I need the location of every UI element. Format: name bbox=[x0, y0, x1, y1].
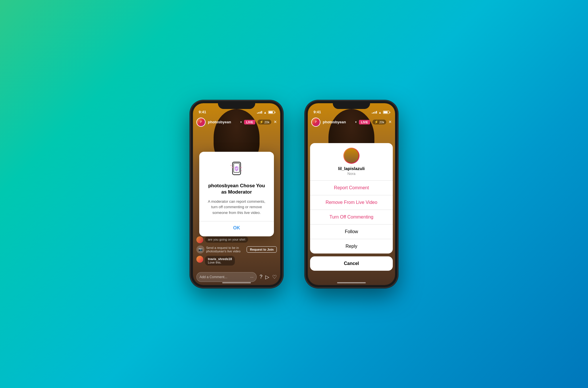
viewers-badge: ⚡ 20k bbox=[258, 120, 272, 124]
follow-button[interactable]: Follow bbox=[310, 225, 393, 239]
chevron-down-icon[interactable]: ▾ bbox=[240, 120, 242, 124]
user-avatar: P bbox=[196, 118, 206, 127]
comment-avatar bbox=[196, 236, 203, 243]
bolt-icon: ⚡ bbox=[260, 120, 264, 124]
battery-icon bbox=[268, 111, 274, 114]
request-to-join-button[interactable]: Request to Join bbox=[247, 246, 277, 253]
comment-username: travis_shreds18 bbox=[208, 257, 232, 261]
turn-off-commenting-button[interactable]: Turn Off Commenting bbox=[310, 210, 393, 225]
request-join-bar: 📷 Send a request to be in photosbyean's … bbox=[196, 245, 277, 254]
live-topbar-2: P photosbyean ▾ LIVE ⚡ 20k × bbox=[308, 116, 395, 128]
signal-bar-4 bbox=[261, 111, 262, 114]
live-badge: LIVE bbox=[244, 120, 255, 124]
comment-item-2: travis_shreds18 Love this. bbox=[196, 256, 277, 266]
signal-bars bbox=[257, 111, 262, 114]
action-sheet-main: lil_lapislazuli Nora Report Comment Remo… bbox=[310, 143, 393, 254]
bolt-icon-2: ⚡ bbox=[374, 120, 378, 124]
viewers-badge-2: ⚡ 20k bbox=[372, 120, 386, 124]
svg-text:✦: ✦ bbox=[231, 166, 233, 169]
question-icon[interactable]: ? bbox=[260, 274, 262, 280]
report-comment-button[interactable]: Report Comment bbox=[310, 181, 393, 195]
username-label: photosbyean bbox=[208, 120, 238, 124]
viewer-count-2: 20k bbox=[379, 120, 384, 124]
close-button-2[interactable]: × bbox=[388, 119, 392, 125]
phone-2: 9:41 ▲ P bbox=[305, 101, 397, 287]
remove-from-live-button[interactable]: Remove From Live Video bbox=[310, 195, 393, 210]
action-user-avatar bbox=[343, 148, 359, 164]
battery-fill-2 bbox=[384, 111, 388, 113]
status-time: 9:41 bbox=[199, 110, 206, 114]
comment-item: are you going on your shirt bbox=[196, 236, 277, 243]
home-indicator-2 bbox=[337, 282, 366, 283]
status-time-2: 9:41 bbox=[314, 110, 321, 114]
action-sheet: lil_lapislazuli Nora Report Comment Remo… bbox=[310, 143, 393, 271]
shield-icon: ✦ ✦ ✦ ✦ bbox=[227, 160, 246, 178]
status-icons-2: ▲ bbox=[372, 111, 389, 114]
svg-text:✦: ✦ bbox=[241, 170, 242, 171]
close-button[interactable]: × bbox=[274, 119, 277, 125]
action-user-avatar-inner bbox=[344, 149, 359, 163]
moderator-modal: ✦ ✦ ✦ ✦ photosbyean Chose You as Moderat… bbox=[199, 152, 274, 237]
user-avatar-2: P bbox=[311, 118, 320, 127]
comments-area: are you going on your shirt 📷 Send a req… bbox=[193, 236, 280, 268]
status-bar: 9:41 ▲ bbox=[193, 103, 280, 116]
username-label-2: photosbyean bbox=[323, 120, 353, 124]
status-bar-2: 9:41 ▲ bbox=[308, 103, 395, 116]
signal-bar-1b bbox=[372, 113, 373, 114]
svg-text:✦: ✦ bbox=[230, 165, 232, 166]
signal-bar-1 bbox=[257, 113, 258, 114]
reply-button[interactable]: Reply bbox=[310, 239, 393, 254]
shield-icon-wrap: ✦ ✦ ✦ ✦ bbox=[227, 160, 246, 178]
more-options-icon[interactable]: ··· bbox=[250, 275, 254, 279]
modal-title: photosbyean Chose You as Moderator bbox=[205, 183, 268, 195]
comment-avatar-2 bbox=[196, 256, 203, 263]
modal-divider bbox=[199, 221, 274, 221]
signal-bar-3b bbox=[375, 112, 376, 114]
comment-bubble-2: travis_shreds18 Love this. bbox=[205, 256, 235, 266]
chevron-down-icon-2[interactable]: ▾ bbox=[355, 120, 357, 124]
phone-1: 9:41 ▲ P bbox=[191, 101, 283, 287]
status-icons: ▲ bbox=[257, 111, 274, 114]
wifi-icon-2: ▲ bbox=[378, 111, 382, 114]
comment-input-placeholder: Add a Comment... bbox=[200, 275, 248, 279]
home-indicator bbox=[222, 282, 251, 283]
action-sheet-user: lil_lapislazuli Nora bbox=[310, 143, 393, 181]
comment-bubble: are you going on your shirt bbox=[205, 236, 248, 243]
request-join-icon: 📷 bbox=[196, 245, 204, 254]
modal-ok-button[interactable]: OK bbox=[205, 225, 268, 231]
action-username: lil_lapislazuli bbox=[315, 166, 388, 171]
comment-text-2: Love this. bbox=[208, 261, 232, 264]
svg-text:✦: ✦ bbox=[240, 166, 242, 169]
request-join-text: Send a request to be in photosbyean's li… bbox=[206, 246, 245, 253]
action-realname: Nora bbox=[315, 171, 388, 176]
live-badge-2: LIVE bbox=[359, 120, 370, 124]
comment-text: are you going on your shirt bbox=[208, 238, 245, 241]
battery-icon-2 bbox=[383, 111, 389, 114]
signal-bar-3 bbox=[260, 112, 261, 114]
live-topbar: P photosbyean ▾ LIVE ⚡ 20k × bbox=[193, 116, 280, 128]
heart-icon[interactable]: ♡ bbox=[272, 274, 277, 280]
phone-1-screen: 9:41 ▲ P bbox=[193, 103, 280, 285]
viewer-count: 20k bbox=[264, 120, 270, 124]
signal-bar-4b bbox=[376, 111, 377, 114]
signal-bars-2 bbox=[372, 111, 377, 114]
wifi-icon: ▲ bbox=[264, 111, 267, 114]
send-icon[interactable]: ▷ bbox=[265, 274, 269, 280]
signal-bar-2b bbox=[373, 112, 374, 114]
phones-container: 9:41 ▲ P bbox=[191, 101, 397, 287]
phone-2-screen: 9:41 ▲ P bbox=[308, 103, 395, 285]
cancel-button[interactable]: Cancel bbox=[310, 256, 393, 271]
signal-bar-2 bbox=[258, 112, 259, 114]
battery-fill bbox=[269, 111, 273, 113]
modal-body: A moderator can report comments, turn of… bbox=[205, 199, 268, 216]
comment-input[interactable]: Add a Comment... ··· bbox=[196, 272, 257, 282]
